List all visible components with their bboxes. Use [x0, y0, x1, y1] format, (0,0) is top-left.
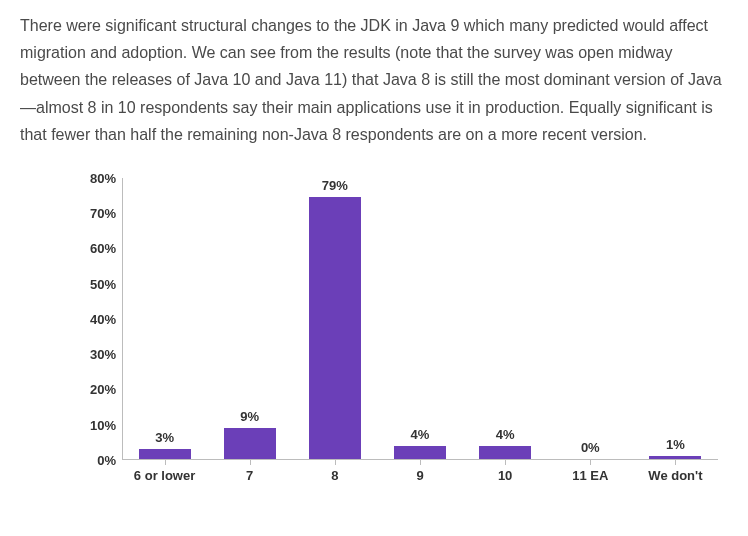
bar-column: 0% [548, 178, 633, 460]
intro-paragraph: There were significant structural change… [20, 12, 728, 148]
bar-column: 4% [377, 178, 462, 460]
bars-container: 3%9%79%4%4%0%1% [122, 178, 718, 460]
java-version-bar-chart: 0%10%20%30%40%50%60%70%80% 3%9%79%4%4%0%… [70, 178, 718, 488]
y-tick-label: 20% [90, 382, 116, 397]
bar-rect [309, 197, 361, 460]
bar-column: 4% [463, 178, 548, 460]
x-tick-label: 6 or lower [122, 460, 207, 488]
plot-area: 3%9%79%4%4%0%1% [122, 178, 718, 460]
bar-value-label: 79% [322, 178, 348, 193]
bar-value-label: 4% [496, 427, 515, 442]
bar-column: 3% [122, 178, 207, 460]
x-tick-label: 11 EA [548, 460, 633, 488]
y-tick-label: 30% [90, 347, 116, 362]
y-tick-label: 80% [90, 170, 116, 185]
bar-value-label: 3% [155, 430, 174, 445]
x-axis: 6 or lower7891011 EAWe don't [122, 460, 718, 488]
bar-value-label: 0% [581, 440, 600, 455]
y-tick-label: 0% [97, 452, 116, 467]
bar-value-label: 1% [666, 437, 685, 452]
x-tick-label: 7 [207, 460, 292, 488]
bar-rect [224, 428, 276, 460]
x-tick-label: 8 [292, 460, 377, 488]
y-tick-label: 40% [90, 311, 116, 326]
y-tick-label: 70% [90, 206, 116, 221]
y-tick-label: 10% [90, 417, 116, 432]
bar-value-label: 4% [411, 427, 430, 442]
bar-column: 79% [292, 178, 377, 460]
y-axis: 0%10%20%30%40%50%60%70%80% [70, 178, 122, 460]
x-tick-label: 10 [463, 460, 548, 488]
bar-column: 1% [633, 178, 718, 460]
y-tick-label: 60% [90, 241, 116, 256]
bar-rect [394, 446, 446, 460]
x-tick-label: We don't [633, 460, 718, 488]
bar-value-label: 9% [240, 409, 259, 424]
bar-column: 9% [207, 178, 292, 460]
bar-rect [479, 446, 531, 460]
y-tick-label: 50% [90, 276, 116, 291]
x-tick-label: 9 [377, 460, 462, 488]
